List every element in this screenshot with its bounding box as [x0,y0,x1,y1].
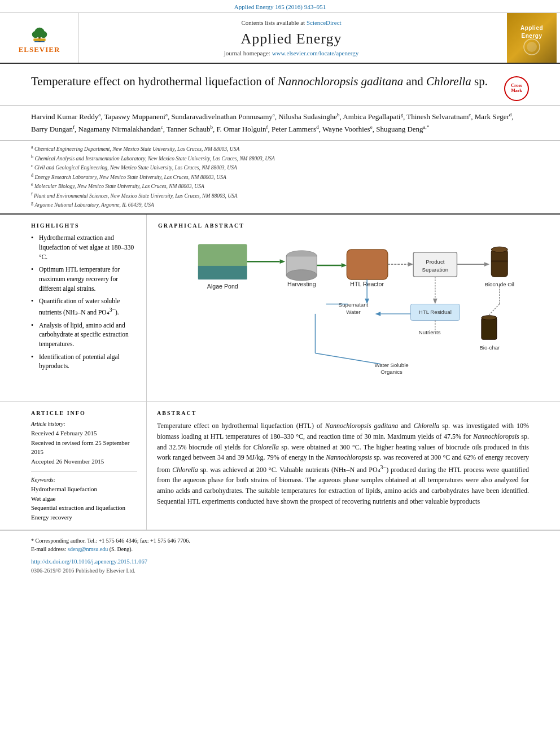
affiliation-e: e Molecular Biology, New Mexico State Un… [31,181,529,190]
journal-info-center: Contents lists available at ScienceDirec… [79,13,504,63]
svg-point-18 [286,270,317,281]
journal-reference: Applied Energy 165 (2016) 943–951 [0,0,560,13]
email-note: E-mail address: sdeng@nmsu.edu (S. Deng)… [31,545,529,553]
svg-text:HTL Residual: HTL Residual [419,309,452,315]
highlight-item-4: Analysis of lipid, amino acid and carboh… [31,321,137,349]
abstract-column: ABSTRACT Temperature effect on hydrother… [147,402,560,530]
highlights-header: HIGHLIGHTS [31,222,137,229]
affiliation-d: d Energy Research Laboratory, New Mexico… [31,172,529,181]
abstract-text: Temperature effect on hydrothermal lique… [157,421,529,506]
svg-point-4 [40,31,46,38]
svg-marker-25 [408,263,414,267]
elsevier-logo: ELSEVIER [8,21,71,55]
article-info-header: ARTICLE INFO [31,410,137,416]
highlights-list: Hydrothermal extraction and liquefaction… [31,233,137,371]
highlight-item-3: Quantification of water soluble nutrient… [31,296,137,317]
article-info-abstract-section: ARTICLE INFO Article history: Received 4… [0,402,560,530]
journal-header: ELSEVIER Contents lists available at Sci… [0,13,560,64]
svg-point-3 [32,31,38,38]
svg-line-56 [315,353,380,364]
article-title: Temperature effect on hydrothermal lique… [31,74,529,89]
svg-marker-36 [433,299,438,304]
svg-text:Bio-char: Bio-char [479,344,500,351]
highlight-item-5: Identification of potential algal byprod… [31,352,137,371]
svg-text:Algae Pond: Algae Pond [207,283,238,290]
svg-rect-48 [482,318,497,340]
journal-homepage: journal homepage: www.elsevier.com/locat… [224,50,359,56]
received-date: Received 4 February 2015 [31,429,137,438]
article-history-title: Article history: [31,421,137,427]
svg-text:Applied: Applied [520,25,543,31]
article-title-section: CrossMark Temperature effect on hydrothe… [0,64,560,106]
crossmark-icon: CrossMark [504,76,529,101]
sciencedirect-link[interactable]: ScienceDirect [307,19,342,26]
svg-point-32 [491,247,508,253]
badge-icon: Applied Energy [507,13,557,63]
crossmark-badge[interactable]: CrossMark [504,76,529,101]
svg-marker-30 [484,263,490,267]
svg-rect-31 [491,250,508,277]
applied-energy-badge-area: Applied Energy [504,13,560,63]
keywords-block: Keywords: Hydrothermal liquefaction Wet … [31,477,137,522]
email-link[interactable]: sdeng@nmsu.edu [68,546,108,552]
footer-section: * Corresponding author. Tel.: +1 575 646… [0,530,560,580]
svg-text:Organics: Organics [380,369,403,375]
issn-text: 0306-2619/© 2016 Published by Elsevier L… [31,567,135,574]
abstract-header: ABSTRACT [157,410,529,416]
svg-marker-15 [280,260,286,264]
svg-rect-5 [33,38,45,41]
svg-line-52 [489,304,499,315]
keyword-4: Energy recovery [31,513,137,522]
keyword-1: Hydrothermal liquefaction [31,484,137,494]
affiliation-b: b Chemical Analysis and Instrumentation … [31,154,529,163]
journal-ref-text: Applied Energy 165 (2016) 943–951 [234,3,326,10]
affiliations-section: a Chemical Engineering Department, New M… [0,141,560,215]
highlights-graphical-section: HIGHLIGHTS Hydrothermal extraction and l… [0,215,560,402]
affiliation-a: a Chemical Engineering Department, New M… [31,144,529,153]
highlight-item-1: Hydrothermal extraction and liquefaction… [31,233,137,261]
elsevier-logo-area: ELSEVIER [0,13,79,63]
graphical-abstract-header: GRAPHICAL ABSTRACT [158,222,549,229]
svg-rect-22 [347,250,387,279]
affiliation-f: f Plant and Environmental Sciences, New … [31,191,529,200]
svg-rect-33 [491,261,508,263]
affiliation-c: c Civil and Geological Engineering, New … [31,163,529,172]
article-info-column: ARTICLE INFO Article history: Received 4… [0,402,147,530]
keywords-title: Keywords: [31,477,137,483]
authors-section: Harvind Kumar Reddya, Tapaswy Muppanenia… [0,106,560,141]
svg-point-49 [482,316,497,320]
elsevier-text: ELSEVIER [19,45,60,54]
article-history-block: Article history: Received 4 February 201… [31,421,137,466]
svg-text:Supernatant: Supernatant [339,302,369,308]
svg-text:Harvesting: Harvesting [287,281,316,287]
svg-text:Energy: Energy [522,33,542,39]
contents-available-text: Contents lists available at ScienceDirec… [241,19,341,26]
elsevier-tree-icon [23,21,56,44]
svg-text:Nutrients: Nutrients [419,329,441,335]
doi-link[interactable]: http://dx.doi.org/10.1016/j.apenergy.201… [31,558,147,565]
svg-marker-21 [342,264,347,268]
svg-text:Water: Water [346,309,361,315]
revised-date: Received in revised form 25 September 20… [31,438,137,457]
applied-energy-badge: Applied Energy [507,13,557,63]
keyword-3: Sequential extraction and liquefaction [31,503,137,513]
svg-marker-47 [375,312,381,316]
journal-title: Applied Energy [241,30,342,47]
affiliation-g: g Argonne National Laboratory, Argonne, … [31,200,529,209]
corresponding-author-note: * Corresponding author. Tel.: +1 575 646… [31,536,529,545]
svg-text:Separation: Separation [422,267,449,273]
svg-text:Water Soluble: Water Soluble [374,362,408,368]
divider [31,471,137,472]
authors-line: Harvind Kumar Reddya, Tapaswy Muppanenia… [31,111,529,136]
graphical-abstract-diagram: Algae Pond Harvesting HTL Reactor [158,233,549,394]
homepage-url[interactable]: www.elsevier.com/locate/apenergy [272,50,359,56]
highlights-column: HIGHLIGHTS Hydrothermal extraction and l… [0,215,147,401]
svg-text:Product: Product [426,259,445,265]
highlight-item-2: Optimum HTL temperature for maximum ener… [31,265,137,293]
keyword-2: Wet algae [31,494,137,504]
svg-point-10 [527,42,537,52]
process-diagram-svg: Algae Pond Harvesting HTL Reactor [158,233,549,391]
accepted-date: Accepted 26 November 2015 [31,457,137,466]
graphical-abstract-column: GRAPHICAL ABSTRACT Algae Pond Harvesting [147,215,560,401]
svg-rect-12 [198,266,247,279]
